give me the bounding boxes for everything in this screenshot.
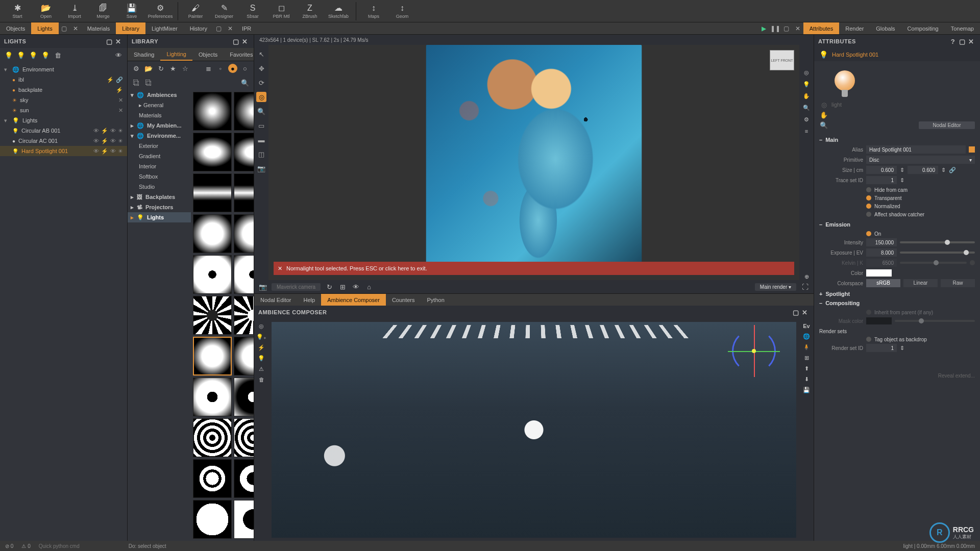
thumb-item[interactable] bbox=[193, 173, 232, 212]
camera-icon[interactable]: 📷 bbox=[258, 282, 267, 291]
popout-icon[interactable]: ▢ bbox=[105, 37, 114, 46]
close-icon[interactable]: ✕ bbox=[792, 22, 803, 34]
group-emission[interactable]: –Emission bbox=[819, 221, 975, 228]
toolbar-import[interactable]: ⤓Import bbox=[61, 1, 88, 21]
cam-opt2-icon[interactable]: ⊞ bbox=[338, 282, 347, 291]
emission-on-checkbox[interactable] bbox=[866, 231, 871, 236]
thumb-item[interactable] bbox=[234, 214, 254, 253]
play-icon[interactable]: ▶ bbox=[758, 22, 770, 34]
render-set-id-input[interactable]: 1 bbox=[866, 344, 897, 352]
gear-icon[interactable]: ⚙ bbox=[132, 64, 141, 73]
x-icon[interactable]: ✕ bbox=[118, 107, 123, 114]
grid-large-icon[interactable]: ○ bbox=[240, 64, 250, 73]
python-cmd-input[interactable] bbox=[39, 543, 120, 549]
thumb-item[interactable] bbox=[234, 337, 254, 375]
orientation-cube[interactable]: LEFT FRONT bbox=[770, 50, 794, 70]
thumb-item[interactable] bbox=[193, 214, 232, 253]
home-icon[interactable]: ⌂ bbox=[364, 282, 374, 291]
cam-opt1-icon[interactable]: ↻ bbox=[325, 282, 334, 291]
subtab-lighting[interactable]: Lighting bbox=[160, 48, 192, 61]
light-item-2[interactable]: 💡Hard Spotlight 001👁⚡👁☀ bbox=[0, 146, 127, 156]
help-icon[interactable]: ? bbox=[948, 37, 958, 46]
tab-globals[interactable]: Globals bbox=[870, 22, 901, 34]
colorspace-srgb[interactable]: sRGB bbox=[866, 279, 900, 287]
toolbar-pbrmtl[interactable]: ◻PBR Mtl bbox=[268, 1, 295, 21]
crop-icon[interactable]: ◫ bbox=[256, 149, 266, 159]
lib-gradient[interactable]: Gradient bbox=[128, 151, 191, 161]
lib-softbox[interactable]: Softbox bbox=[128, 171, 191, 182]
normalight-tool[interactable]: ◎ bbox=[256, 92, 266, 102]
search-icon[interactable]: 🔍 bbox=[803, 105, 810, 111]
toolbar-preferences[interactable]: ⚙Preferences bbox=[147, 1, 174, 21]
lights-group[interactable]: ▾💡Lights bbox=[0, 115, 127, 126]
subtab-shading[interactable]: Shading bbox=[128, 48, 160, 61]
add-light-icon[interactable]: 💡 bbox=[4, 51, 13, 60]
vis-icon[interactable]: 👁 bbox=[93, 148, 99, 155]
ipr-viewport[interactable]: LEFT FRONT ✕ Normalight tool selected. P… bbox=[268, 45, 799, 280]
size-x-input[interactable]: 0.600 bbox=[866, 166, 897, 174]
gear-icon[interactable]: ⚙ bbox=[804, 116, 809, 123]
tab-lightmixer[interactable]: LightMixer bbox=[145, 22, 184, 34]
tab-ambience-composer[interactable]: Ambience Composer bbox=[321, 294, 386, 306]
env-sky[interactable]: ☀sky✕ bbox=[0, 95, 127, 105]
thumb-item[interactable] bbox=[234, 92, 254, 131]
rect-icon[interactable]: ▬ bbox=[256, 135, 266, 145]
env-ibl[interactable]: ●ibl⚡🔗 bbox=[0, 74, 127, 85]
lib-exterior[interactable]: Exterior bbox=[128, 141, 191, 151]
thumb-item[interactable] bbox=[193, 418, 232, 457]
pointer-icon[interactable]: ↖ bbox=[256, 49, 266, 59]
grid-med-icon[interactable]: ● bbox=[228, 64, 237, 73]
warning-icon[interactable]: ⚠ bbox=[259, 366, 264, 372]
lib-myamb[interactable]: ▸🌐My Ambien... bbox=[128, 120, 191, 131]
thumb-item[interactable] bbox=[234, 255, 254, 294]
affect-shadow-checkbox[interactable] bbox=[866, 212, 871, 217]
lib-ambiences[interactable]: ▾🌐Ambiences bbox=[128, 90, 191, 100]
link-icon[interactable]: 🔗 bbox=[949, 167, 956, 173]
star-icon[interactable]: ★ bbox=[168, 64, 178, 73]
tab-help[interactable]: Help bbox=[298, 294, 322, 306]
thumb-item[interactable] bbox=[234, 378, 254, 416]
alias-input[interactable]: Hard Spotlight 001 bbox=[866, 145, 966, 154]
intensity-slider[interactable] bbox=[900, 241, 975, 243]
sun-icon[interactable]: ☀ bbox=[118, 138, 123, 144]
thumb-item[interactable] bbox=[234, 296, 254, 335]
sun-icon[interactable]: ☀ bbox=[118, 148, 123, 155]
tool-alert[interactable]: ✕ Normalight tool selected. Press ESC or… bbox=[274, 262, 794, 275]
toolbar-maps[interactable]: ↕Maps bbox=[360, 1, 387, 21]
target-icon[interactable]: ◎ bbox=[259, 323, 264, 330]
list-view-icon[interactable]: ≣ bbox=[204, 64, 213, 73]
close-icon[interactable]: ✕ bbox=[70, 22, 81, 34]
close-icon[interactable]: ✕ bbox=[114, 37, 123, 46]
popout-icon[interactable]: ▢ bbox=[781, 22, 792, 34]
thumb-item[interactable] bbox=[234, 500, 254, 539]
popout-icon[interactable]: ▢ bbox=[791, 308, 800, 317]
tab-ipr[interactable]: IPR bbox=[236, 22, 257, 34]
lib-env[interactable]: ▾🌐Environme... bbox=[128, 131, 191, 141]
tab-attributes[interactable]: Attributes bbox=[803, 22, 839, 34]
hide-from-cam-checkbox[interactable] bbox=[866, 187, 871, 192]
toolbar-save[interactable]: 💾Save bbox=[118, 1, 145, 21]
double-bulb-icon[interactable]: 💡 bbox=[41, 51, 50, 60]
eye-icon[interactable]: 👁 bbox=[110, 138, 116, 144]
tab-python[interactable]: Python bbox=[421, 294, 451, 306]
fullscreen-icon[interactable]: ⛶ bbox=[800, 282, 810, 291]
intensity-input[interactable]: 150.000 bbox=[866, 238, 897, 246]
folder-icon[interactable]: 📂 bbox=[144, 64, 153, 73]
down-icon[interactable]: ⬇ bbox=[804, 376, 809, 383]
add-light2-icon[interactable]: 💡 bbox=[16, 51, 26, 60]
tab-compositing[interactable]: Compositing bbox=[901, 22, 945, 34]
popout-icon[interactable]: ▢ bbox=[59, 22, 70, 34]
tab-tonemap[interactable]: Tonemap bbox=[945, 22, 980, 34]
copy-icon[interactable]: ⿻ bbox=[132, 78, 141, 87]
toolbar-open[interactable]: 📂Open bbox=[33, 1, 59, 21]
rotate-icon[interactable]: ⟳ bbox=[256, 78, 266, 88]
toolbar-zbrush[interactable]: ZZBrush bbox=[297, 1, 323, 21]
toolbar-merge[interactable]: 🗐Merge bbox=[90, 1, 116, 21]
region-icon[interactable]: ▭ bbox=[256, 120, 266, 131]
popout-icon[interactable]: ▢ bbox=[958, 37, 967, 46]
light-icon[interactable]: 💡 bbox=[803, 81, 810, 88]
cam-opt3-icon[interactable]: 👁 bbox=[351, 282, 360, 291]
hand-icon[interactable]: ✋ bbox=[803, 93, 810, 99]
toolbar-painter[interactable]: 🖌Painter bbox=[182, 1, 209, 21]
lib-materials[interactable]: Materials bbox=[128, 110, 191, 120]
